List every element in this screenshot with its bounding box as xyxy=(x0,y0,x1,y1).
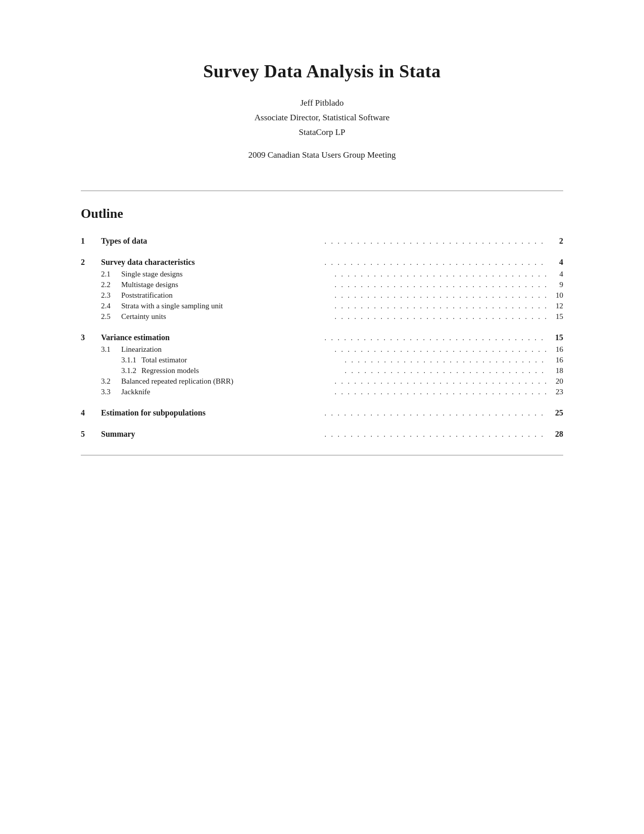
toc-subpage-2-1: 4 xyxy=(548,270,563,279)
toc-sub-3-1-2: 3.1.2 Regression models . . . . . . . . … xyxy=(81,366,563,376)
toc-num-4: 4 xyxy=(81,408,101,418)
toc-title-1: Types of data xyxy=(101,237,325,246)
toc-subsubnum-3-1-2: 3.1.2 xyxy=(81,366,141,375)
toc-num-1: 1 xyxy=(81,237,101,246)
toc-title-2: Survey data characteristics xyxy=(101,258,325,267)
top-divider xyxy=(81,191,563,191)
toc-section-1: 1 Types of data . . . . . . . . . . . . … xyxy=(81,237,563,247)
toc-subtitle-2-1: Single stage designs xyxy=(121,270,335,279)
dots-2-3: . . . . . . . . . . . . . . . . . . . . … xyxy=(335,292,549,300)
dots-2-2: . . . . . . . . . . . . . . . . . . . . … xyxy=(335,281,549,289)
dots-3-1: . . . . . . . . . . . . . . . . . . . . … xyxy=(335,346,549,354)
toc-subnum-3-3: 3.3 xyxy=(81,388,121,396)
toc-subpage-2-2: 9 xyxy=(548,281,563,289)
dots-2-5: . . . . . . . . . . . . . . . . . . . . … xyxy=(335,313,549,321)
toc-sub-3-1: 3.1 Linearization . . . . . . . . . . . … xyxy=(81,345,563,355)
toc-section-5-row: 5 Summary . . . . . . . . . . . . . . . … xyxy=(81,430,563,440)
toc-section-3-row: 3 Variance estimation . . . . . . . . . … xyxy=(81,333,563,343)
toc-sub-2-1: 2.1 Single stage designs . . . . . . . .… xyxy=(81,270,563,280)
toc-page-4: 25 xyxy=(548,408,563,418)
toc-sub-2-2: 2.2 Multistage designs . . . . . . . . .… xyxy=(81,281,563,290)
author-name: Jeff Pitblado xyxy=(81,96,563,111)
toc-subtitle-3-1: Linearization xyxy=(121,345,335,354)
toc-subnum-2-2: 2.2 xyxy=(81,281,121,289)
toc-sub-2-3: 2.3 Poststratification . . . . . . . . .… xyxy=(81,291,563,301)
toc-subpage-3-1: 16 xyxy=(548,345,563,354)
conference-text: 2009 Canadian Stata Users Group Meeting xyxy=(81,150,563,160)
toc-subpage-2-5: 15 xyxy=(548,312,563,321)
toc-subtitle-2-2: Multistage designs xyxy=(121,281,335,289)
toc-title-3: Variance estimation xyxy=(101,333,325,342)
bottom-divider xyxy=(81,455,563,455)
toc-sub-2-4: 2.4 Strata with a single sampling unit .… xyxy=(81,302,563,311)
toc-subtitle-2-4: Strata with a single sampling unit xyxy=(121,302,335,310)
toc-section-4-row: 4 Estimation for subpopulations . . . . … xyxy=(81,408,563,419)
toc-subnum-3-2: 3.2 xyxy=(81,377,121,386)
toc-sub-3-1-1: 3.1.1 Total estimator . . . . . . . . . … xyxy=(81,356,563,365)
toc-subtitle-2-3: Poststratification xyxy=(121,291,335,300)
dots-3-2: . . . . . . . . . . . . . . . . . . . . … xyxy=(335,378,549,386)
toc-title-4: Estimation for subpopulations xyxy=(101,408,325,418)
toc-num-3: 3 xyxy=(81,333,101,342)
page: Survey Data Analysis in Stata Jeff Pitbl… xyxy=(0,0,644,834)
toc-subtitle-2-5: Certainty units xyxy=(121,312,335,321)
toc-section-3: 3 Variance estimation . . . . . . . . . … xyxy=(81,333,563,397)
toc-title-5: Summary xyxy=(101,430,325,439)
toc-subsubpage-3-1-1: 16 xyxy=(548,356,563,364)
dots-3-3: . . . . . . . . . . . . . . . . . . . . … xyxy=(335,388,549,396)
toc-subnum-2-1: 2.1 xyxy=(81,270,121,279)
toc-section-4: 4 Estimation for subpopulations . . . . … xyxy=(81,408,563,419)
toc-subsubtitle-3-1-1: Total estimator xyxy=(141,356,345,364)
toc-section-2: 2 Survey data characteristics . . . . . … xyxy=(81,258,563,322)
toc-subsubtitle-3-1-2: Regression models xyxy=(141,366,345,375)
toc-subpage-2-3: 10 xyxy=(548,291,563,300)
dots-1: . . . . . . . . . . . . . . . . . . . . … xyxy=(325,238,549,246)
dots-4: . . . . . . . . . . . . . . . . . . . . … xyxy=(325,409,549,418)
toc-subnum-3-1: 3.1 xyxy=(81,345,121,354)
dots-3-1-1: . . . . . . . . . . . . . . . . . . . . … xyxy=(345,356,549,364)
toc-subnum-2-5: 2.5 xyxy=(81,312,121,321)
toc-subtitle-3-2: Balanced repeated replication (BRR) xyxy=(121,377,335,386)
dots-2-4: . . . . . . . . . . . . . . . . . . . . … xyxy=(335,302,549,310)
title-section: Survey Data Analysis in Stata Jeff Pitbl… xyxy=(81,61,563,160)
toc-subsubnum-3-1-1: 3.1.1 xyxy=(81,356,141,364)
toc-sub-3-3: 3.3 Jackknife . . . . . . . . . . . . . … xyxy=(81,388,563,397)
toc-num-2: 2 xyxy=(81,258,101,267)
toc-subpage-3-2: 20 xyxy=(548,377,563,386)
toc-section-2-row: 2 Survey data characteristics . . . . . … xyxy=(81,258,563,268)
toc-page-3: 15 xyxy=(548,333,563,342)
outline-heading: Outline xyxy=(81,206,563,221)
main-title: Survey Data Analysis in Stata xyxy=(81,61,563,82)
toc-section-1-row: 1 Types of data . . . . . . . . . . . . … xyxy=(81,237,563,247)
toc-subnum-2-4: 2.4 xyxy=(81,302,121,310)
author-block: Jeff Pitblado Associate Director, Statis… xyxy=(81,96,563,140)
toc-subnum-2-3: 2.3 xyxy=(81,291,121,300)
dots-3: . . . . . . . . . . . . . . . . . . . . … xyxy=(325,334,549,342)
toc-subsubpage-3-1-2: 18 xyxy=(548,366,563,375)
toc-subpage-3-3: 23 xyxy=(548,388,563,396)
toc-page-1: 2 xyxy=(548,237,563,246)
toc-subpage-2-4: 12 xyxy=(548,302,563,310)
toc-num-5: 5 xyxy=(81,430,101,439)
toc-page-2: 4 xyxy=(548,258,563,267)
dots-3-1-2: . . . . . . . . . . . . . . . . . . . . … xyxy=(345,367,549,375)
toc-page-5: 28 xyxy=(548,430,563,439)
dots-2: . . . . . . . . . . . . . . . . . . . . … xyxy=(325,259,549,267)
toc-sub-2-5: 2.5 Certainty units . . . . . . . . . . … xyxy=(81,312,563,322)
dots-2-1: . . . . . . . . . . . . . . . . . . . . … xyxy=(335,270,549,279)
toc-subtitle-3-3: Jackknife xyxy=(121,388,335,396)
dots-5: . . . . . . . . . . . . . . . . . . . . … xyxy=(325,431,549,439)
toc-sub-3-2: 3.2 Balanced repeated replication (BRR) … xyxy=(81,377,563,387)
toc-section-5: 5 Summary . . . . . . . . . . . . . . . … xyxy=(81,430,563,440)
table-of-contents: 1 Types of data . . . . . . . . . . . . … xyxy=(81,237,563,440)
author-org: StataCorp LP xyxy=(81,125,563,140)
author-title: Associate Director, Statistical Software xyxy=(81,111,563,125)
